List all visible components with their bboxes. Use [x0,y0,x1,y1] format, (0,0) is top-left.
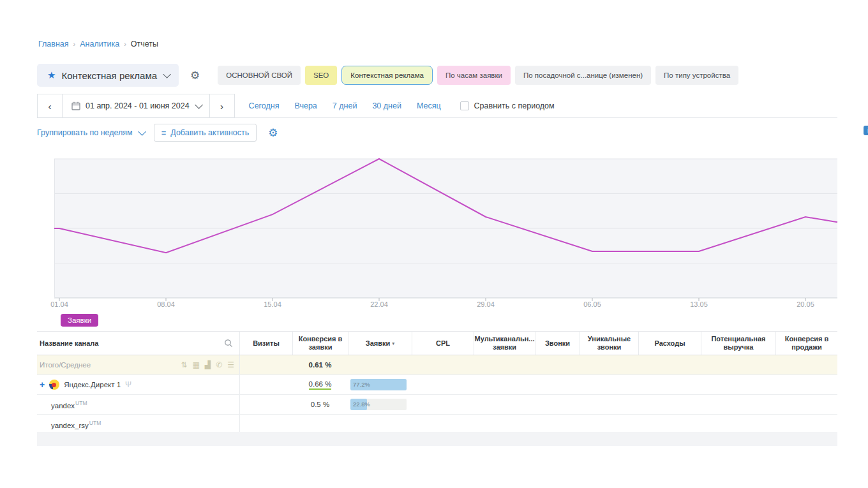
cell-conversion: 0.66 % [292,375,348,394]
list-icon: ≡ [161,128,167,138]
cell-calls [535,415,580,434]
cell-cpl [412,415,474,434]
quick-period-links: Сегодня Вчера 7 дней 30 дней Месяц [249,94,441,117]
table-view-icon[interactable]: ▦ [193,360,200,369]
next-period-button[interactable]: › [210,94,234,117]
leads-bar: 22.8% [350,399,407,410]
column-header-visits[interactable]: Визиты [239,332,292,355]
report-settings-gear-icon[interactable]: ⚙ [190,70,200,81]
cell-potential-revenue [701,355,775,374]
cell-potential-revenue [701,395,775,414]
tab-main-own[interactable]: ОСНОВНОЙ СВОЙ [218,66,301,85]
column-header-potential-revenue[interactable]: Потенциальная выручка [701,332,775,355]
date-bar: ‹ 01 апр. 2024 - 01 июня 2024 › Сегодня … [37,94,837,118]
leads-line-chart [54,159,837,298]
cell-conversion: 0.5 % [292,395,348,414]
period-yesterday-link[interactable]: Вчера [295,101,317,110]
channel-name[interactable]: yandex_rsyUTM [51,420,101,429]
date-range-label: 01 апр. 2024 - 01 июня 2024 [86,101,190,110]
column-header-leads[interactable]: Заявки▾ [348,332,412,355]
tab-seo[interactable]: SEO [305,66,337,85]
column-header-conversion-sales[interactable]: Конверсия в продажи [775,332,837,355]
yandex-direct-icon [49,380,59,390]
column-header-conversion-leads[interactable]: Конверсия в заявки [292,332,348,355]
column-header-label: Заявки [366,339,390,348]
report-selector[interactable]: ★ Контекстная реклама [37,64,179,87]
cell-cpl [412,375,474,394]
chevron-down-icon [195,101,203,109]
column-header-label: Уникальные звонки [583,335,636,351]
column-header-label: Потенциальная выручка [704,335,773,351]
group-by-dropdown[interactable]: Группировать по неделям [37,128,144,137]
tab-by-landing-page[interactable]: По посадочной с...анице (изменен) [515,66,651,85]
column-header-multichannel-leads[interactable]: Мультиканальн... заявки [474,332,535,355]
chart-view-icon[interactable]: ▟ [205,360,211,369]
channels-table: Название канала Визиты Конверсия в заявк… [37,331,837,434]
tab-by-lead-hours[interactable]: По часам заявки [437,66,511,85]
cell-multichannel [474,395,535,414]
list-view-icon[interactable]: ☰ [227,360,234,369]
period-30days-link[interactable]: 30 дней [372,101,401,110]
legend-badge-leads[interactable]: Заявки [61,314,98,327]
table-row-yandex-direct: + Яндекс.Директ 1 Ψ 0.66 % 77.2% [37,375,837,395]
date-range-control: ‹ 01 апр. 2024 - 01 июня 2024 › [37,94,235,118]
breadcrumb-reports: Отчеты [131,40,158,48]
breadcrumb-home[interactable]: Главная [38,40,69,48]
channel-name[interactable]: yandexUTM [51,400,87,410]
cell-expenses [638,375,701,394]
info-icon: i [864,126,868,135]
cell-visits [239,375,292,394]
conversion-value: 0.5 % [311,401,329,408]
help-link[interactable]: i Как [864,126,868,135]
channel-name-cell: yandexUTM [37,395,239,414]
column-header-channel-name[interactable]: Название канала [37,332,239,355]
cell-conversion-sales [775,395,837,414]
period-today-link[interactable]: Сегодня [249,101,280,110]
horizontal-scrollbar-track[interactable] [37,432,837,446]
column-header-calls[interactable]: Звонки [535,332,580,355]
chart-settings-gear-icon[interactable]: ⚙ [268,128,278,138]
conversion-value[interactable]: 0.66 % [309,380,332,390]
date-range-picker[interactable]: 01 апр. 2024 - 01 июня 2024 [62,94,210,117]
period-7days-link[interactable]: 7 дней [333,101,357,110]
cell-unique-calls [580,355,638,374]
column-header-label: Визиты [253,339,280,348]
report-selector-label: Контекстная реклама [61,70,157,81]
total-name-cell: Итого/Среднее ⇅ ▦ ▟ ✆ ☰ [37,355,239,374]
search-icon[interactable] [224,339,233,348]
leads-bar-label: 22.8% [353,401,370,408]
add-activity-label: Добавить активность [170,128,249,137]
column-header-unique-calls[interactable]: Уникальные звонки [580,332,638,355]
cell-multichannel [474,355,535,374]
cell-visits [239,355,292,374]
period-month-link[interactable]: Месяц [417,101,441,110]
cell-leads: 77.2% [348,375,412,394]
add-activity-button[interactable]: ≡ Добавить активность [154,124,257,142]
table-row-total: Итого/Среднее ⇅ ▦ ▟ ✆ ☰ 0.61 % [37,355,837,375]
calendar-icon [71,101,80,110]
sort-arrows-icon[interactable]: ⇅ [181,360,188,369]
utm-suffix: UTM [75,400,87,406]
compare-period-checkbox[interactable] [460,101,469,110]
phone-icon[interactable]: ✆ [216,360,222,369]
report-tabs: ОСНОВНОЙ СВОЙ SEO Контекстная реклама По… [218,66,738,85]
x-axis-tick-label: 15.04 [258,300,287,308]
tab-context-ads[interactable]: Контекстная реклама [341,66,433,85]
channel-name[interactable]: Яндекс.Директ 1 [64,381,121,388]
cell-potential-revenue [701,415,775,434]
group-by-label: Группировать по неделям [37,128,133,137]
breadcrumb-analytics[interactable]: Аналитика [80,40,119,48]
column-header-label: Конверсия в продажи [779,335,835,351]
expand-plus-icon[interactable]: + [40,380,45,390]
column-header-cpl[interactable]: CPL [412,332,474,355]
column-header-label: Конверсия в заявки [296,335,345,351]
cell-unique-calls [580,395,638,414]
tab-by-device-type[interactable]: По типу устройства [655,66,738,85]
compare-period-label: Сравнить с периодом [474,101,555,110]
column-header-expenses[interactable]: Расходы [638,332,701,355]
total-conversion-value: 0.61 % [309,361,332,369]
column-header-label: Мультиканальн... заявки [475,335,535,351]
chart-canvas [54,159,837,303]
x-axis-tick-label: 22.04 [365,300,393,308]
prev-period-button[interactable]: ‹ [38,94,62,117]
